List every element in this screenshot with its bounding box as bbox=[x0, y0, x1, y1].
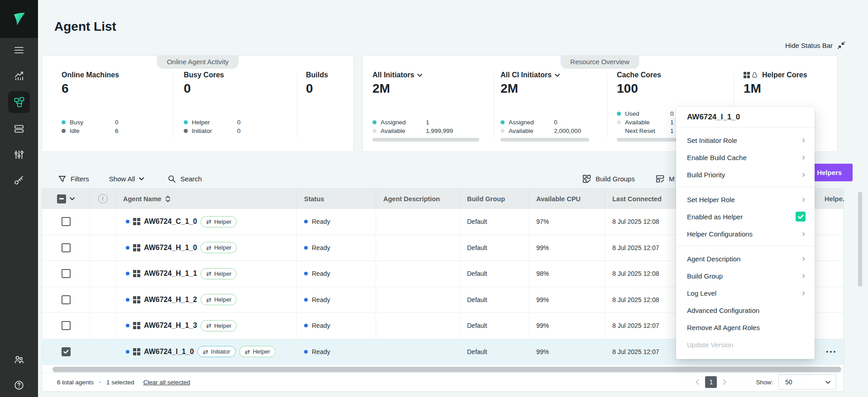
stat-value: 0 bbox=[306, 81, 313, 96]
chevron-right-icon: › bbox=[802, 288, 806, 298]
filters-button[interactable]: Filters bbox=[58, 175, 89, 183]
column-header-agent-name[interactable]: Agent Name bbox=[116, 189, 297, 209]
table-footer: 6 total agents • 1 selected Clear all se… bbox=[42, 373, 844, 391]
chevron-right-icon: › bbox=[802, 195, 806, 204]
stat-label: All Initiators bbox=[372, 71, 414, 79]
search-button[interactable]: Search bbox=[167, 175, 202, 183]
build-groups-button[interactable]: Build Groups bbox=[582, 174, 635, 184]
legend-dot bbox=[62, 129, 66, 133]
select-all-checkbox[interactable] bbox=[57, 194, 66, 203]
legend-row: Assigned1 bbox=[372, 119, 453, 125]
hide-status-bar-label: Hide Status Bar bbox=[785, 42, 833, 49]
windows-os-icon bbox=[744, 72, 750, 78]
build-group-cell: Default bbox=[460, 235, 529, 261]
vertical-scrollbar[interactable] bbox=[858, 192, 862, 287]
hide-status-bar-button[interactable]: Hide Status Bar bbox=[785, 41, 846, 50]
sidebar-item-licenses-key-icon[interactable] bbox=[8, 170, 30, 191]
helper-badge: ⇄Helper bbox=[200, 268, 237, 279]
row-checkbox[interactable] bbox=[62, 269, 71, 278]
menu-item-update-version-disabled: Update Version bbox=[676, 336, 815, 353]
divider bbox=[297, 74, 297, 138]
sort-icon[interactable] bbox=[166, 196, 170, 202]
previous-page-button[interactable] bbox=[692, 377, 702, 387]
next-page-button[interactable] bbox=[720, 377, 730, 387]
menu-item-log-level[interactable]: Log Level› bbox=[676, 284, 815, 302]
swap-icon: ⇄ bbox=[206, 218, 211, 225]
page-title: Agent List bbox=[54, 19, 116, 34]
page-number-button[interactable]: 1 bbox=[705, 376, 717, 388]
legend-row: Initiator0 bbox=[184, 128, 241, 134]
online-dot bbox=[126, 298, 129, 302]
menu-item-helper-configurations[interactable]: Helper Configurations› bbox=[676, 225, 815, 242]
helper-badge: ⇄Helper bbox=[239, 346, 276, 357]
row-checkbox[interactable] bbox=[62, 295, 71, 304]
manage-button-truncated[interactable]: M bbox=[655, 174, 675, 184]
status-dot bbox=[304, 246, 308, 250]
menu-item-build-priority[interactable]: Build Priority› bbox=[676, 166, 815, 183]
menu-item-enabled-as-helper[interactable]: Enabled as Helper bbox=[676, 208, 815, 225]
swap-icon: ⇄ bbox=[203, 349, 208, 355]
column-header-status: Status bbox=[297, 189, 376, 209]
agent-name: AW6724_I_1_0 bbox=[144, 348, 194, 356]
menu-item-advanced-configuration[interactable]: Advanced Configuration bbox=[676, 302, 815, 319]
help-icon[interactable] bbox=[8, 374, 30, 396]
chevron-right-icon: › bbox=[802, 170, 806, 180]
collapse-icon bbox=[837, 41, 846, 50]
available-cpu-cell: 99% bbox=[529, 287, 605, 313]
app-logo[interactable] bbox=[0, 0, 38, 38]
available-cpu-cell: 98% bbox=[529, 261, 605, 287]
online-dot bbox=[126, 246, 129, 250]
menu-hamburger-icon[interactable] bbox=[8, 39, 30, 61]
all-ci-initiators-dropdown[interactable]: All CI Initiators bbox=[501, 71, 560, 79]
page-size-value: 50 bbox=[785, 378, 792, 386]
page-size-select[interactable]: 50 bbox=[778, 374, 836, 390]
agent-description-cell bbox=[376, 209, 460, 235]
stat-label: All CI Initiators bbox=[501, 71, 552, 79]
row-checkbox-checked[interactable] bbox=[62, 347, 71, 356]
show-all-dropdown[interactable]: Show All bbox=[109, 175, 144, 183]
sidebar-item-boards-icon[interactable] bbox=[8, 118, 30, 140]
indeterminate-mark bbox=[59, 198, 64, 199]
legend-dot bbox=[617, 120, 621, 124]
helper-badge: ⇄Helper bbox=[200, 294, 237, 305]
legend-row: Busy0 bbox=[62, 119, 119, 125]
clear-all-selected-link[interactable]: Clear all selected bbox=[143, 379, 190, 386]
sidebar-item-settings-sliders-icon[interactable] bbox=[8, 144, 30, 165]
menu-item-set-helper-role[interactable]: Set Helper Role› bbox=[676, 191, 815, 208]
helper-badge: ⇄Helper bbox=[200, 320, 237, 331]
horizontal-scrollbar[interactable] bbox=[52, 367, 841, 372]
legend-dot bbox=[617, 129, 621, 133]
sidebar-item-agents-icon[interactable] bbox=[8, 91, 30, 113]
enabled-as-helper-checkbox[interactable] bbox=[796, 212, 806, 222]
select-menu-chevron-icon[interactable] bbox=[70, 197, 75, 200]
sidebar-item-users-icon[interactable] bbox=[8, 349, 30, 370]
row-checkbox[interactable] bbox=[62, 321, 71, 330]
chevron-right-icon: › bbox=[802, 153, 806, 162]
stat-value: 1M bbox=[744, 81, 761, 96]
menu-item-build-group[interactable]: Build Group› bbox=[676, 267, 815, 284]
menu-item-remove-all-agent-roles[interactable]: Remove All Agent Roles bbox=[676, 319, 815, 336]
menu-item-set-initiator-role[interactable]: Set Initiator Role› bbox=[676, 132, 815, 149]
status-dot bbox=[304, 272, 308, 275]
warning-column-icon: ! bbox=[98, 194, 108, 203]
stat-label: Builds bbox=[306, 71, 328, 79]
chevron-down-icon bbox=[139, 177, 144, 180]
menu-item-enable-build-cache[interactable]: Enable Build Cache› bbox=[676, 149, 815, 166]
stat-value: 6 bbox=[62, 81, 69, 96]
legend-dot bbox=[184, 120, 188, 124]
manage-label: M bbox=[669, 175, 675, 183]
status-dot bbox=[304, 350, 308, 354]
menu-divider bbox=[676, 246, 815, 246]
agent-list-page: Agent List Hide Status Bar Online Agent … bbox=[0, 0, 868, 397]
menu-item-agent-description[interactable]: Agent Description› bbox=[676, 250, 815, 267]
stat-label: Online Machines bbox=[62, 71, 119, 79]
dashboard-chart-icon[interactable] bbox=[8, 65, 30, 87]
legend-dot bbox=[372, 120, 377, 124]
row-actions-menu-icon[interactable] bbox=[824, 348, 839, 356]
all-initiators-dropdown[interactable]: All Initiators bbox=[372, 71, 422, 79]
row-checkbox[interactable] bbox=[62, 217, 71, 226]
agent-context-menu: AW6724_I_1_0 Set Initiator Role› Enable … bbox=[676, 107, 815, 359]
chevron-down-icon bbox=[555, 74, 560, 77]
online-dot bbox=[126, 272, 129, 275]
row-checkbox[interactable] bbox=[62, 243, 71, 252]
